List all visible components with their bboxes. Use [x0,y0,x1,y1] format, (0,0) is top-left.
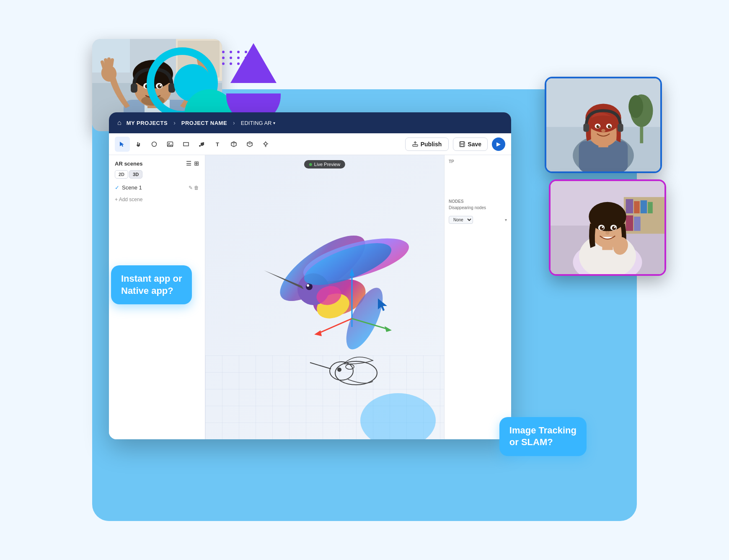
svg-point-31 [307,284,309,287]
save-button[interactable]: Save [453,137,488,151]
svg-point-63 [601,129,605,132]
svg-marker-39 [349,268,354,276]
live-dot [309,163,312,166]
publish-button[interactable]: Publish [405,137,449,151]
sidebar-header: AR scenes ☰ ⊞ [109,155,205,170]
tool-rectangle[interactable] [178,137,194,152]
instant-native-line2: Native app? [121,285,173,296]
svg-line-111 [111,60,112,65]
ar-scenes-title: AR scenes [115,161,142,167]
svg-marker-0 [120,142,124,147]
canvas-area: Live Preview [205,155,444,439]
scene-wrapper: ⌂ MY PROJECTS › PROJECT NAME › EDITING A… [92,39,637,521]
tool-hand[interactable] [131,137,146,152]
svg-rect-68 [634,201,640,213]
svg-point-59 [598,125,600,126]
scene-check-icon: ✓ [115,184,119,191]
video-thumb-middle-right [549,179,666,276]
svg-line-109 [106,60,106,66]
svg-rect-70 [648,202,653,213]
svg-rect-61 [583,124,589,132]
svg-point-83 [614,226,616,228]
svg-rect-62 [618,124,623,132]
svg-rect-19 [413,145,418,146]
nodes-label: nodes [449,199,507,204]
disappearing-nodes-label: Disappearing nodes [449,205,486,210]
instant-native-line1: Instant app or [121,273,182,284]
publish-label: Publish [421,141,442,148]
svg-marker-41 [314,330,322,336]
disappearing-nodes-select[interactable]: None [449,216,473,224]
type-label: Tp [449,159,507,164]
svg-marker-44 [378,298,387,311]
add-scene-button[interactable]: + Add scene [109,193,205,206]
view-3d-button[interactable]: 3D [129,170,142,179]
svg-point-3 [168,143,170,144]
svg-rect-4 [184,143,189,146]
grid-view-icon[interactable]: ⊞ [194,160,199,167]
live-preview-badge: Live Preview [304,160,345,169]
title-bar: ⌂ MY PROJECTS › PROJECT NAME › EDITING A… [109,112,511,133]
svg-rect-22 [460,142,464,144]
breadcrumb-separator-2: › [233,119,235,126]
svg-marker-43 [385,326,392,332]
sidebar-header-icons: ☰ ⊞ [186,160,199,167]
toolbar-right-actions: Publish Save ▶ [405,137,505,151]
svg-line-40 [318,319,352,333]
svg-rect-23 [461,144,464,146]
play-button[interactable]: ▶ [492,137,505,151]
view-2d-button[interactable]: 2D [115,170,128,179]
svg-point-81 [612,226,616,230]
tool-music[interactable] [194,137,209,152]
tool-light[interactable] [258,137,273,152]
breadcrumb-my-projects[interactable]: MY PROJECTS [127,120,168,126]
scene-actions: ✎ 🗑 [189,185,199,191]
tool-image[interactable] [163,137,178,152]
breadcrumb-separator-1: › [173,119,176,126]
image-tracking-line2: or SLAM? [509,437,553,447]
list-view-icon[interactable]: ☰ [186,160,191,167]
svg-line-108 [102,62,104,67]
breadcrumb-editing-ar[interactable]: EDITING AR [241,120,276,126]
toolbar: T Publish Save [109,133,511,155]
svg-rect-69 [641,200,647,213]
tool-text[interactable]: T [210,137,225,152]
dropdown-arrow-icon: ▾ [505,218,507,222]
svg-point-85 [605,231,610,235]
right-panel: Tp nodes Disappearing nodes None ▾ [444,155,511,439]
purple-triangle-decoration [230,43,277,83]
svg-rect-71 [626,215,633,231]
svg-point-12 [264,143,267,145]
disappearing-nodes-row: Disappearing nodes [449,205,507,213]
none-select-row: None ▾ [449,216,507,224]
svg-point-80 [600,226,604,230]
svg-point-82 [602,226,603,228]
cursor-arrow [377,298,390,315]
view-toggle: 2D 3D [115,170,199,179]
svg-point-60 [610,125,611,126]
scene-item[interactable]: ✓ Scene 1 ✎ 🗑 [109,182,205,193]
home-icon: ⌂ [117,119,122,127]
scene-name: Scene 1 [122,184,189,191]
svg-line-11 [250,143,252,144]
save-label: Save [468,141,481,148]
svg-rect-72 [634,217,641,231]
svg-line-10 [247,143,250,144]
speech-bubble-image-tracking: Image Tracking or SLAM? [499,417,587,456]
live-preview-label: Live Preview [314,162,340,167]
svg-line-42 [352,319,388,329]
speech-bubble-instant-native: Instant app or Native app? [111,265,192,304]
tool-select[interactable] [115,137,130,152]
svg-point-49 [628,95,643,118]
breadcrumb-project-name[interactable]: PROJECT NAME [181,120,227,126]
svg-rect-105 [131,83,137,93]
tool-3d-cube[interactable] [242,137,257,152]
video-thumb-top-right [545,77,662,173]
tool-3d-object[interactable] [226,137,241,152]
tool-circle[interactable] [147,137,162,152]
svg-point-1 [152,142,157,146]
svg-text:T: T [216,141,219,148]
image-tracking-line1: Image Tracking [509,425,576,436]
svg-rect-67 [626,199,633,213]
